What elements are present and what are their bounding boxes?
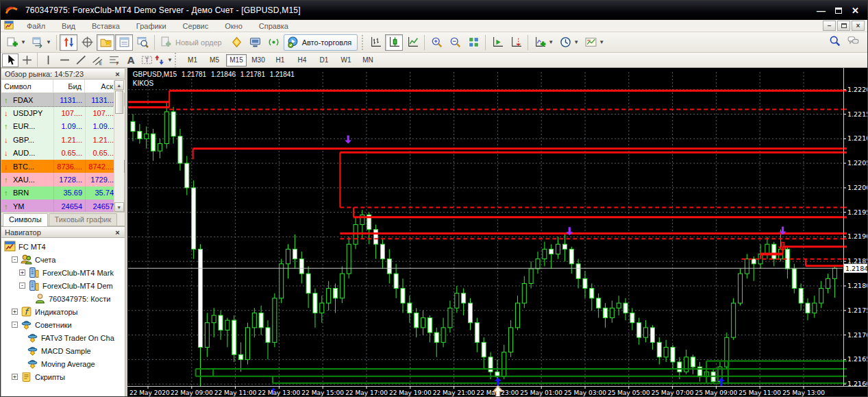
chevron-down-icon[interactable]: ▼ [548,39,554,45]
symbol-cell[interactable]: ↓AUD... [1,147,53,160]
symbol-cell[interactable]: ↑FDAX [1,93,53,106]
fibo-tool-button[interactable]: F [106,53,122,67]
menu-item-файл[interactable]: Файл [20,21,52,31]
trendline-tool-button[interactable] [73,53,89,67]
indicators-button[interactable]: ▼ [531,34,556,51]
label-tool-button[interactable]: T [138,53,155,67]
symbol-row-BTC[interactable]: ↓BTC...8736....8742.... [1,160,125,173]
minimize-button[interactable]: — [817,6,826,15]
crosshair-tool-button[interactable] [18,53,35,67]
navigator-item-индикаторы[interactable]: +fИндикаторы [4,305,125,318]
terminal-toggle-button[interactable] [115,34,133,51]
navigator-item-macd-sample[interactable]: MACD Sample [4,344,125,357]
scroll-down-icon[interactable]: ▼ [114,202,124,212]
tab-tick-chart[interactable]: Тиковый график [49,213,118,226]
toolbar-drag-handle[interactable] [173,53,177,68]
chevron-down-icon[interactable]: ▼ [46,39,51,45]
timeframe-h4-button[interactable]: H4 [292,54,312,67]
timeframe-m1-button[interactable]: M1 [182,54,203,67]
menu-item-сервис[interactable]: Сервис [176,21,216,31]
navigator-item-советники[interactable]: -Советники [4,318,125,331]
navigator-toggle-button[interactable] [97,34,114,51]
strategy-tester-button[interactable] [134,34,151,51]
zoom-out-button[interactable] [446,34,464,51]
text-tool-button[interactable]: A [122,53,138,67]
hline-tool-button[interactable] [56,53,73,67]
child-restore-button[interactable] [837,21,850,31]
menu-item-вид[interactable]: Вид [55,21,82,31]
navigator-close-icon[interactable]: × [114,228,121,237]
tile-windows-button[interactable] [464,34,482,51]
child-minimize-button[interactable]: – [823,21,836,31]
auto-trading-button[interactable]: Авто-торговля [284,34,358,51]
symbol-row-FDAX[interactable]: ↑FDAX1131...1131... [1,93,125,106]
navigator-titlebar[interactable]: Навигатор × [1,227,125,238]
timeframe-d1-button[interactable]: D1 [314,54,334,67]
arrows-tool-tool-button[interactable]: ▼ [155,53,171,67]
vline-tool-button[interactable] [40,53,56,67]
child-close-button[interactable]: × [852,21,865,31]
collapse-icon[interactable]: - [12,322,18,328]
chevron-down-icon[interactable]: ▼ [573,39,579,45]
auto-scroll-button[interactable] [488,34,506,51]
navigator-item-fc-mt4[interactable]: FC MT4 [4,240,125,253]
navigator-item-moving-average[interactable]: Moving Average [4,357,125,370]
menu-item-графики[interactable]: Графики [129,21,173,31]
market-watch-titlebar[interactable]: Обзор рынка: 14:57:23 × [1,69,125,80]
menu-item-справка[interactable]: Справка [252,21,295,31]
terminal-pc-button[interactable] [247,34,264,51]
templates-button[interactable]: ▼ [582,34,606,51]
timeframe-h1-button[interactable]: H1 [270,54,290,67]
data-window-toggle-button[interactable] [78,34,96,51]
timeframe-m15-button[interactable]: M15 [226,54,247,67]
symbol-cell[interactable]: ↓USDJPY [1,106,53,119]
column-header-Бид[interactable]: Бид [53,80,85,93]
zoom-in-button[interactable] [427,34,445,51]
chat-icon[interactable] [847,35,859,49]
tab-symbols[interactable]: Символы [3,213,48,226]
market-watch-toggle-button[interactable] [60,34,77,51]
chevron-down-icon[interactable]: ▼ [21,39,26,45]
profiles-button[interactable]: ▼ [29,34,53,51]
chart-candles-button[interactable] [385,34,403,51]
symbol-cell[interactable]: ↑EUR... [1,120,53,133]
new-chart-button[interactable]: ▼ [3,34,28,51]
chart-bars-button[interactable] [367,34,384,51]
search-icon[interactable] [829,35,841,49]
timeframe-w1-button[interactable]: W1 [336,54,356,67]
scrollbar-thumb[interactable] [115,91,123,114]
expand-icon[interactable]: + [12,309,18,315]
symbol-cell[interactable]: ↓BTC... [1,160,53,173]
periods-button[interactable]: ▼ [556,34,581,51]
menu-item-окно[interactable]: Окно [218,21,249,31]
channel-tool-button[interactable]: E [89,53,106,67]
symbol-row-YM[interactable]: ↑YM2465424657 [1,200,125,212]
symbol-cell[interactable]: ↑XAU... [1,173,53,186]
maximize-button[interactable] [835,6,842,15]
menu-item-вставка[interactable]: Вставка [85,21,127,31]
market-watch-close-icon[interactable]: × [114,70,121,78]
timeframe-m5-button[interactable]: M5 [204,54,225,67]
collapse-icon[interactable]: - [12,256,18,263]
scroll-up-icon[interactable]: ▲ [114,80,124,90]
navigator-item-fatv3-trader-on-cha[interactable]: FATv3 Trader On Cha [4,331,125,344]
navigator-item-счета[interactable]: -Счета [4,253,125,266]
navigator-item-forexclub-mt4-dem[interactable]: -ForexClub-MT4 Dem [4,279,125,292]
column-header-Символ[interactable]: Символ [1,80,53,93]
symbol-cell[interactable]: ↓GBP... [1,133,53,146]
expand-icon[interactable]: + [12,374,18,380]
navigator-item-760347975-кости[interactable]: 760347975: Кости [4,292,125,305]
chevron-down-icon[interactable]: ▼ [167,57,173,63]
timeframe-mn-button[interactable]: MN [358,54,378,67]
market-watch-scrollbar[interactable]: ▲ ▼ [114,80,124,212]
symbol-cell[interactable]: ↑BRN [1,187,53,200]
symbol-row-AUD[interactable]: ↓AUD...0.65...0.65... [1,147,125,160]
column-header-Аск[interactable]: Аск [85,80,116,93]
navigator-item-forexclub-mt4-mark[interactable]: +ForexClub-MT4 Mark [4,266,125,279]
symbol-row-EUR[interactable]: ↑EUR...1.09...1.09... [1,120,125,133]
expand-icon[interactable]: + [19,269,25,276]
timeframe-m30-button[interactable]: M30 [248,54,269,67]
close-button[interactable]: ✕ [852,6,859,15]
chart-line-button[interactable] [404,34,421,51]
symbol-cell[interactable]: ↑YM [1,200,53,212]
